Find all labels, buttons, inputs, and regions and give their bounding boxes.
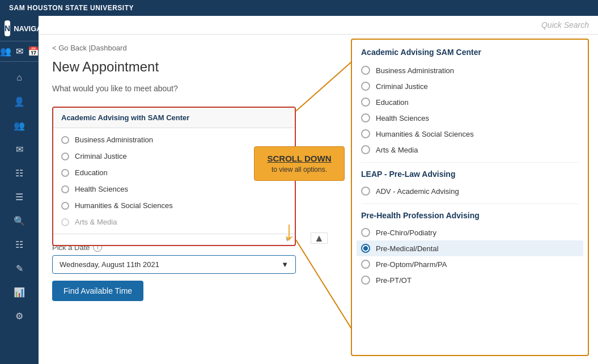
- radio-button[interactable]: [61, 153, 69, 160]
- sidebar: N NAVIGATE 👥 ✉ 📅 ⌂ 👤 👥 ✉ ☷ ☰ 🔍 ☷ ✎ 📊 ⚙: [0, 16, 39, 364]
- radio-button[interactable]: [61, 136, 69, 144]
- item-label: Pre-Chiro/Podiatry: [376, 228, 436, 237]
- scroll-callout: SCROLL DOWN to view all options.: [254, 146, 345, 181]
- sidebar-item-layers[interactable]: ☰: [0, 185, 39, 208]
- scroll-indicator[interactable]: ▼: [53, 234, 295, 245]
- sidebar-item-grid[interactable]: ☷: [0, 162, 39, 184]
- university-name: SAM HOUSTON STATE UNIVERSITY: [9, 4, 134, 12]
- sidebar-item-home[interactable]: ⌂: [0, 66, 39, 89]
- list-item[interactable]: Arts & Media: [53, 214, 295, 230]
- sidebar-item-mail[interactable]: ✉: [0, 138, 39, 160]
- item-label: Pre-Optom/Pharm/PA: [376, 260, 447, 269]
- item-label: ADV - Academic Advising: [376, 187, 459, 196]
- radio-button[interactable]: [361, 82, 370, 91]
- radio-button[interactable]: [361, 187, 370, 196]
- radio-button-selected[interactable]: [361, 244, 370, 253]
- sidebar-icons: ⌂ 👤 👥 ✉ ☷ ☰ 🔍 ☷ ✎ 📊 ⚙: [0, 62, 39, 327]
- sidebar-item-list[interactable]: ☷: [0, 233, 39, 256]
- item-label: Health Sciences: [75, 185, 128, 193]
- item-label: Business Administration: [75, 136, 153, 144]
- navigate-logo: N: [5, 20, 10, 36]
- sidebar-item-chart[interactable]: ✎: [0, 257, 39, 280]
- item-label: Criminal Justice: [376, 82, 428, 91]
- item-label: Health Sciences: [376, 114, 429, 122]
- item-label: Pre-PT/OT: [376, 276, 412, 285]
- university-topbar: SAM HOUSTON STATE UNIVERSITY: [0, 0, 598, 16]
- item-label: Business Administration: [376, 66, 454, 75]
- radio-button[interactable]: [361, 260, 370, 269]
- rp-section-1-title: Academic Advising SAM Center: [361, 48, 579, 57]
- list-item[interactable]: Health Sciences: [53, 181, 295, 197]
- sidebar-item-settings[interactable]: ⚙: [0, 304, 39, 327]
- list-item[interactable]: Education: [361, 94, 579, 110]
- item-label: Education: [376, 98, 409, 107]
- list-item[interactable]: Criminal Justice: [361, 78, 579, 94]
- radio-button[interactable]: [61, 169, 69, 177]
- dropdown-list: Business Administration Criminal Justice…: [53, 128, 295, 234]
- item-label: Pre-Medical/Dental: [376, 244, 439, 253]
- scroll-down-arrow: ↓: [282, 217, 296, 244]
- list-item[interactable]: Pre-Optom/Pharm/PA: [361, 256, 579, 272]
- item-label: Education: [75, 168, 108, 177]
- sidebar-item-contact[interactable]: 👥: [0, 114, 39, 137]
- mail-icon[interactable]: ✉: [16, 46, 23, 57]
- people-icon[interactable]: 👥: [0, 46, 11, 57]
- sidebar-item-search[interactable]: 🔍: [0, 209, 39, 232]
- calendar-icon[interactable]: 📅: [28, 46, 39, 57]
- date-section: Pick a Date i Wednesday, August 11th 202…: [52, 243, 296, 301]
- radio-button[interactable]: [361, 66, 370, 75]
- radio-button[interactable]: [361, 129, 370, 138]
- list-item[interactable]: Pre-PT/OT: [361, 272, 579, 288]
- collapse-chevron[interactable]: ▲: [311, 232, 328, 244]
- list-item[interactable]: Humanities & Social Sciences: [53, 197, 295, 214]
- nav-brand-area: N NAVIGATE: [0, 16, 39, 41]
- item-label: Criminal Justice: [75, 152, 127, 160]
- search-placeholder[interactable]: Quick Search: [541, 20, 589, 29]
- scroll-callout-subtitle: to view all options.: [261, 166, 337, 173]
- radio-button[interactable]: [361, 276, 370, 285]
- content-area: Quick Search < Go Back |Dashboard New Ap…: [39, 16, 598, 364]
- breadcrumb-back[interactable]: < Go Back |Dashboard: [52, 44, 127, 52]
- chevron-down-icon[interactable]: ▼: [281, 260, 289, 269]
- list-item[interactable]: Arts & Media: [361, 142, 579, 158]
- nav-top-icons: 👥 ✉ 📅: [0, 41, 39, 62]
- right-panel-scroll[interactable]: Academic Advising SAM Center Business Ad…: [352, 40, 588, 355]
- list-item[interactable]: Business Administration: [361, 62, 579, 78]
- date-input[interactable]: Wednesday, August 11th 2021 ▼: [52, 255, 296, 274]
- item-label: Humanities & Social Sciences: [376, 130, 474, 138]
- rp-section-3-title: Pre-Health Profession Advising: [361, 211, 579, 220]
- radio-button[interactable]: [361, 228, 370, 237]
- list-item[interactable]: Health Sciences: [361, 110, 579, 126]
- divider: [361, 204, 579, 204]
- list-item[interactable]: Business Administration: [53, 132, 295, 148]
- list-item-selected[interactable]: Pre-Medical/Dental: [357, 240, 583, 256]
- list-item[interactable]: Pre-Chiro/Podiatry: [361, 225, 579, 240]
- item-label: Arts & Media: [376, 146, 418, 154]
- radio-button[interactable]: [361, 98, 370, 107]
- divider: [361, 162, 579, 163]
- item-label: Arts & Media: [75, 218, 117, 226]
- radio-button[interactable]: [61, 185, 69, 193]
- date-value: Wednesday, August 11th 2021: [60, 260, 159, 269]
- radio-button[interactable]: [361, 113, 370, 122]
- list-item[interactable]: Humanities & Social Sciences: [361, 126, 579, 142]
- sidebar-item-report[interactable]: 📊: [0, 281, 39, 303]
- right-panel: Academic Advising SAM Center Business Ad…: [351, 39, 589, 356]
- sidebar-item-user[interactable]: 👤: [0, 90, 39, 113]
- radio-button[interactable]: [61, 218, 69, 226]
- content-header: Quick Search: [39, 16, 598, 35]
- item-label: Humanities & Social Sciences: [75, 201, 173, 210]
- radio-button[interactable]: [361, 145, 370, 154]
- radio-button[interactable]: [61, 202, 69, 210]
- search-bar-container: Quick Search: [541, 20, 589, 29]
- find-available-time-button[interactable]: Find Available Time: [52, 281, 143, 301]
- rp-section-2-title: LEAP - Pre-Law Advising: [361, 170, 579, 179]
- scroll-callout-title: SCROLL DOWN: [261, 154, 337, 163]
- dropdown-header: Academic Advising with SAM Center: [53, 108, 295, 128]
- list-item[interactable]: ADV - Academic Advising: [361, 183, 579, 199]
